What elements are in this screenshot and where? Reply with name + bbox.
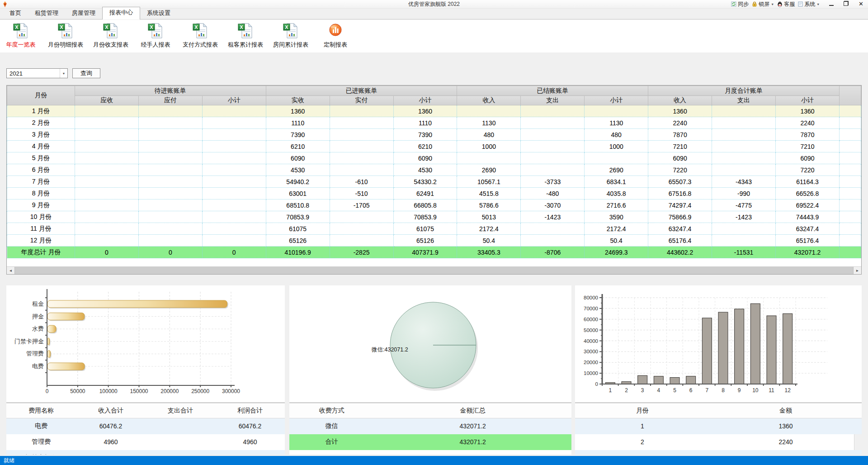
table-cell[interactable]: -480 (521, 188, 585, 199)
table-cell[interactable]: 6210 (393, 141, 457, 152)
table-cell[interactable]: 4530 (393, 164, 457, 176)
chevron-down-icon[interactable]: ▼ (60, 69, 67, 78)
row-label-cell[interactable]: 12 月份 (7, 235, 75, 247)
table-cell[interactable]: 电费 (6, 418, 76, 434)
table-cell[interactable]: 6210 (266, 141, 330, 152)
table-cell[interactable]: 63247.4 (648, 223, 712, 235)
table-cell[interactable]: 61075 (393, 223, 457, 235)
table-cell[interactable] (840, 117, 861, 129)
table-row[interactable]: 4 月份621062101000100072107210 (7, 141, 861, 152)
toolbar-item[interactable]: X月份明细报表 (48, 22, 83, 49)
table-cell[interactable]: 10567.1 (457, 176, 521, 188)
table-cell[interactable] (712, 105, 776, 117)
table-cell[interactable]: 69522.4 (775, 199, 839, 211)
table-cell[interactable] (138, 176, 202, 188)
table-cell[interactable] (330, 129, 393, 141)
table-cell[interactable] (840, 223, 861, 235)
table-cell[interactable] (585, 152, 648, 164)
table-cell[interactable] (202, 211, 266, 223)
table-cell[interactable] (712, 235, 776, 247)
table-cell[interactable]: -4343 (712, 176, 776, 188)
table-cell[interactable]: 66526.8 (775, 188, 839, 199)
table-cell[interactable]: 2172.4 (585, 223, 648, 235)
table-cell[interactable] (521, 105, 585, 117)
table-cell[interactable] (138, 235, 202, 247)
table-cell[interactable]: 5013 (457, 211, 521, 223)
table-cell[interactable]: 2240 (775, 117, 839, 129)
total-row[interactable]: 年度总计 月份000410196.9-2825407371.933405.3-8… (7, 247, 861, 258)
table-cell[interactable] (585, 105, 648, 117)
table-cell[interactable] (712, 141, 776, 152)
table-cell[interactable]: 1360 (648, 105, 712, 117)
table-cell[interactable] (202, 199, 266, 211)
table-cell[interactable]: 4960 (76, 434, 146, 450)
row-label-cell[interactable]: 4 月份 (7, 141, 75, 152)
customer-service-button[interactable]: 客服 (777, 0, 795, 8)
system-menu-button[interactable]: 系统 ▼ (798, 0, 820, 8)
table-cell[interactable]: 0 (202, 247, 266, 258)
table-cell[interactable]: 1 (575, 418, 710, 434)
table-cell[interactable]: 65126 (393, 235, 457, 247)
table-row[interactable]: 8 月份63001-510624914515.8-4804035.867516.… (7, 188, 861, 199)
table-cell[interactable] (138, 164, 202, 176)
toolbar-item[interactable]: X经手人报表 (138, 22, 173, 49)
table-cell[interactable]: 管理费 (6, 434, 76, 450)
table-cell[interactable]: 407371.9 (393, 247, 457, 258)
table-cell[interactable] (330, 211, 393, 223)
table-cell[interactable]: 1360 (393, 105, 457, 117)
table-cell[interactable]: 5786.6 (457, 199, 521, 211)
table-cell[interactable]: 6090 (648, 152, 712, 164)
table-row[interactable]: 1 月份1360136013601360 (7, 105, 861, 117)
table-cell[interactable]: 65126 (266, 235, 330, 247)
table-cell[interactable]: -1423 (712, 211, 776, 223)
row-label-cell[interactable]: 8 月份 (7, 188, 75, 199)
table-cell[interactable] (75, 176, 139, 188)
table-cell[interactable] (330, 141, 393, 152)
table-cell[interactable]: 6090 (775, 152, 839, 164)
table-cell[interactable] (840, 176, 861, 188)
table-cell[interactable]: 0 (75, 247, 139, 258)
table-cell[interactable]: 54330.2 (393, 176, 457, 188)
table-cell[interactable]: 1360 (710, 418, 862, 434)
table-cell[interactable]: 2690 (585, 164, 648, 176)
table-cell[interactable]: 1130 (457, 117, 521, 129)
table-cell[interactable]: -11531 (712, 247, 776, 258)
table-cell[interactable] (840, 188, 861, 199)
table-cell[interactable]: 74443.9 (775, 211, 839, 223)
row-label-cell[interactable]: 10 月份 (7, 211, 75, 223)
table-cell[interactable] (202, 176, 266, 188)
table-cell[interactable] (457, 105, 521, 117)
table-cell[interactable]: 62491 (393, 188, 457, 199)
table-row[interactable]: 11360 (575, 418, 862, 434)
table-cell[interactable] (138, 152, 202, 164)
table-cell[interactable]: 7870 (648, 129, 712, 141)
table-cell[interactable]: -8706 (521, 247, 585, 258)
table-cell[interactable] (330, 105, 393, 117)
table-cell[interactable]: 2690 (457, 164, 521, 176)
table-cell[interactable] (138, 188, 202, 199)
table-cell[interactable]: 65176.4 (648, 235, 712, 247)
table-cell[interactable]: 3590 (585, 211, 648, 223)
table-cell[interactable] (138, 105, 202, 117)
table-cell[interactable] (521, 117, 585, 129)
toolbar-item[interactable]: X租客累计报表 (228, 22, 263, 49)
table-cell[interactable] (712, 152, 776, 164)
table-cell[interactable]: 1000 (457, 141, 521, 152)
table-cell[interactable] (75, 211, 139, 223)
scroll-thumb[interactable] (14, 267, 854, 274)
table-cell[interactable] (202, 235, 266, 247)
table-cell[interactable] (75, 199, 139, 211)
table-cell[interactable] (138, 223, 202, 235)
table-cell[interactable] (75, 235, 139, 247)
table-cell[interactable]: 7870 (775, 129, 839, 141)
table-cell[interactable]: 6090 (266, 152, 330, 164)
minimize-button[interactable] (829, 1, 834, 7)
table-cell[interactable]: 7220 (648, 164, 712, 176)
table-cell[interactable]: 7210 (775, 141, 839, 152)
table-row[interactable]: 7 月份54940.2-61054330.210567.1-37336834.1… (7, 176, 861, 188)
table-cell[interactable]: 61075 (266, 223, 330, 235)
toolbar-item[interactable]: X月份收支报表 (93, 22, 128, 49)
toolbar-item[interactable]: X支付方式报表 (183, 22, 218, 49)
table-cell[interactable]: 1110 (393, 117, 457, 129)
table-cell[interactable]: 65176.4 (775, 235, 839, 247)
